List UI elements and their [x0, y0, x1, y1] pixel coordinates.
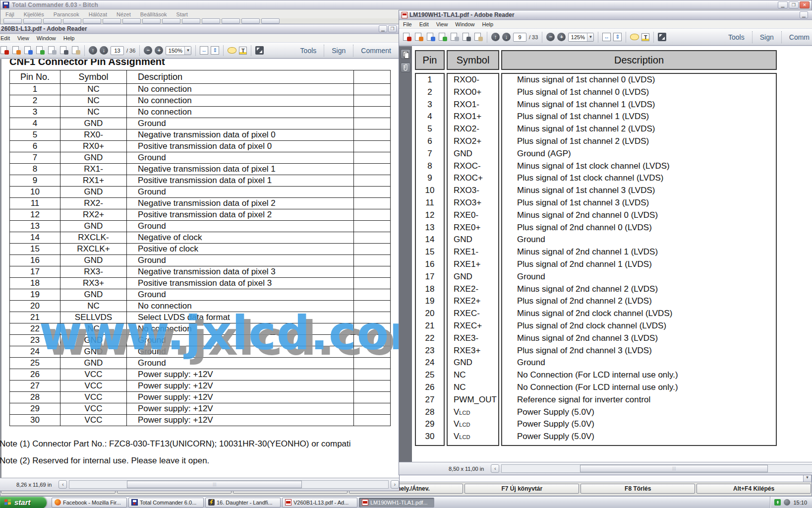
comment-bubble-icon[interactable]	[630, 34, 639, 40]
comment-bubble-icon[interactable]	[228, 47, 236, 54]
open-icon[interactable]	[402, 33, 411, 41]
tc-close-button[interactable]: ✕	[800, 1, 810, 8]
fullscreen-icon[interactable]	[255, 46, 264, 55]
menu-file[interactable]: File	[403, 21, 412, 27]
tc-toolbar-button[interactable]	[83, 18, 101, 24]
tc-menu-kijelölés[interactable]: Kijelölés	[24, 11, 44, 17]
fit-page-icon[interactable]: ⇕	[211, 46, 219, 55]
zoom-in-icon[interactable]: +	[155, 46, 163, 55]
zoom-in-icon[interactable]: +	[557, 33, 566, 41]
scroll-right-icon[interactable]: ›	[391, 480, 399, 489]
right-pdf-toolbar: ↑ ↓ 9 / 33 − + 125% ▼ ↔ ⇕ T Tools Sign C…	[399, 29, 812, 46]
tc-menu-nézet[interactable]: Nézet	[116, 11, 131, 17]
taskbar-task-button[interactable]: Facebook - Mozilla Fir...	[52, 498, 127, 508]
pin-cell: 9	[10, 175, 60, 187]
tc-toolbar-button[interactable]	[122, 18, 141, 24]
email-icon[interactable]	[473, 33, 483, 41]
menu-view[interactable]: View	[17, 35, 29, 41]
left-pdf-nav-strip[interactable]	[0, 59, 1, 478]
fit-width-icon[interactable]: ↔	[200, 46, 208, 55]
sign-panel-button[interactable]: Sign	[327, 47, 350, 55]
menu-help[interactable]: Help	[63, 35, 75, 41]
zoom-out-icon[interactable]: −	[546, 33, 555, 41]
tools-panel-button[interactable]: Tools	[295, 47, 322, 55]
tc-menu-beállítások[interactable]: Beállítások	[140, 11, 167, 17]
create-pdf-icon[interactable]	[414, 33, 423, 41]
tc-toolbar-button[interactable]	[43, 18, 61, 24]
tray-status-icon[interactable]	[784, 499, 790, 506]
page-number-input[interactable]: 9	[513, 33, 526, 42]
share-icon[interactable]	[438, 33, 447, 41]
tc-minimize-button[interactable]: ▁	[778, 1, 788, 8]
scroll-left-icon[interactable]: ‹	[58, 480, 67, 489]
next-page-icon[interactable]: ↓	[100, 46, 108, 55]
tc-toolbar-button[interactable]	[241, 18, 260, 24]
email-icon[interactable]	[71, 46, 80, 55]
tc-menu-start[interactable]: Start	[176, 11, 188, 17]
print-icon[interactable]	[59, 46, 68, 55]
tc-toolbar-button[interactable]	[162, 18, 180, 24]
function-key-button[interactable]: Alt+F4 Kilépés	[696, 484, 811, 494]
symbol-cell: RX0+	[60, 141, 127, 152]
share-icon[interactable]	[35, 46, 45, 55]
edit-icon[interactable]	[426, 33, 435, 41]
tc-menu-hálózat[interactable]: Hálózat	[89, 11, 107, 17]
menu-edit[interactable]: Edit	[0, 35, 10, 41]
start-button[interactable]: start	[0, 497, 47, 508]
tc-toolbar-button[interactable]	[3, 18, 22, 24]
right-pdf-minimize-button[interactable]: ▁	[800, 11, 808, 18]
tray-upload-icon[interactable]	[774, 499, 781, 506]
comment-panel-button[interactable]: Comm	[784, 33, 812, 41]
tc-toolbar-button[interactable]	[63, 18, 81, 24]
menu-window[interactable]: Window	[455, 21, 474, 27]
open-icon[interactable]	[0, 46, 9, 55]
attachments-paperclip-icon[interactable]	[401, 63, 410, 72]
tc-toolbar-button[interactable]	[182, 18, 200, 24]
zoom-out-icon[interactable]: −	[144, 46, 152, 55]
previous-page-icon[interactable]: ↑	[491, 33, 500, 41]
taskbar-task-button[interactable]: 16. Daughter - Landfi...	[205, 498, 281, 508]
taskbar-task-button[interactable]: LM190WH1-TLA1.pdf...	[359, 498, 434, 508]
tc-toolbar-button[interactable]	[222, 18, 240, 24]
function-key-button[interactable]: F7 Új könyvtár	[464, 484, 579, 494]
tc-menu-parancsok[interactable]: Parancsok	[54, 11, 79, 17]
sign-panel-button[interactable]: Sign	[755, 33, 779, 41]
zoom-level-select[interactable]: 150% ▼	[166, 46, 191, 55]
fullscreen-icon[interactable]	[658, 33, 666, 41]
fit-page-icon[interactable]: ⇕	[613, 33, 622, 41]
edit-icon[interactable]	[23, 46, 33, 55]
create-pdf-icon[interactable]	[11, 46, 21, 55]
tc-toolbar-button[interactable]	[261, 18, 280, 24]
menu-window[interactable]: Window	[37, 35, 56, 41]
taskbar-task-button[interactable]: V260B1-L13.pdf - Ad...	[282, 498, 357, 508]
menu-help[interactable]: Help	[482, 21, 493, 27]
save-icon[interactable]	[450, 33, 459, 41]
tc-toolbar-button[interactable]	[202, 18, 220, 24]
taskbar-task-button[interactable]: Total Commander 6.0...	[128, 498, 204, 508]
comment-panel-button[interactable]: Comment	[356, 47, 396, 55]
left-pdf-minimize-button[interactable]: ▁	[379, 25, 387, 32]
highlight-icon[interactable]: T	[641, 33, 649, 41]
print-icon[interactable]	[462, 33, 471, 41]
function-key-button[interactable]: F8 Törlés	[580, 484, 695, 494]
tc-restore-button[interactable]: ❐	[789, 1, 799, 8]
fit-width-icon[interactable]: ↔	[602, 33, 611, 41]
page-number-input[interactable]: 13	[111, 46, 124, 55]
next-page-icon[interactable]: ↓	[502, 33, 511, 41]
right-horizontal-scrollbar[interactable]	[501, 464, 812, 473]
previous-page-icon[interactable]: ↑	[89, 46, 97, 55]
page-thumbnails-icon[interactable]	[401, 49, 410, 59]
zoom-level-select[interactable]: 125% ▼	[568, 33, 594, 42]
tc-toolbar-button[interactable]	[23, 18, 42, 24]
menu-edit[interactable]: Edit	[419, 21, 429, 27]
tc-menu-fájl[interactable]: Fájl	[5, 11, 14, 17]
tc-toolbar-button[interactable]	[142, 18, 161, 24]
tc-toolbar-button[interactable]	[103, 18, 121, 24]
tools-panel-button[interactable]: Tools	[723, 33, 750, 41]
left-pdf-maximize-button[interactable]: ❐	[388, 25, 397, 32]
highlight-icon[interactable]: T	[239, 47, 247, 55]
save-icon[interactable]	[47, 46, 57, 55]
left-horizontal-scrollbar[interactable]	[69, 480, 389, 489]
scroll-left-icon[interactable]: ‹	[491, 464, 499, 473]
menu-view[interactable]: View	[436, 21, 448, 27]
